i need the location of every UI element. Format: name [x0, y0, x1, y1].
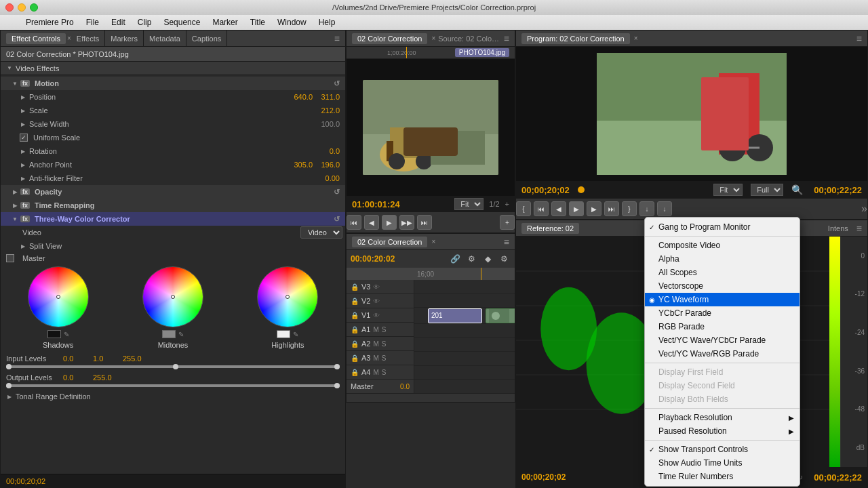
- source-play-back[interactable]: ◀: [364, 215, 379, 230]
- rotation-row[interactable]: Rotation 0.0: [1, 144, 345, 158]
- tab-metadata[interactable]: Metadata: [144, 30, 186, 47]
- output-min-thumb[interactable]: [6, 383, 12, 388]
- program-menu-btn[interactable]: ≡: [856, 33, 862, 44]
- position-x[interactable]: 640.0: [288, 93, 315, 101]
- program-expand[interactable]: »: [861, 203, 867, 215]
- source-play-fwd[interactable]: ▶▶: [399, 215, 414, 230]
- program-out[interactable]: }: [622, 201, 637, 216]
- track-master-value[interactable]: 0.0: [400, 383, 410, 390]
- video-effects-triangle[interactable]: [6, 65, 13, 72]
- timeline-scrollbar[interactable]: [347, 394, 515, 402]
- source-menu-btn[interactable]: ≡: [504, 33, 509, 44]
- midtones-swatch[interactable]: [162, 330, 176, 338]
- track-a2-m[interactable]: M: [373, 340, 378, 348]
- anchor-point-triangle[interactable]: [20, 161, 26, 168]
- timeline-timecode[interactable]: 00:00:20:02: [351, 254, 395, 264]
- menu-sequence[interactable]: Sequence: [158, 15, 205, 30]
- track-v1-eye[interactable]: 👁: [373, 312, 380, 319]
- reference-timecode[interactable]: 00;00;20;02: [521, 472, 566, 482]
- input-levels-min[interactable]: 0.0: [63, 354, 90, 363]
- output-max-thumb[interactable]: [334, 383, 340, 388]
- scale-width-value[interactable]: 100.0: [315, 120, 342, 128]
- menu-item-vect-rgb[interactable]: Vect/YC Wave/RGB Parade: [645, 347, 800, 361]
- highlights-wheel[interactable]: [257, 266, 318, 327]
- menu-file[interactable]: File: [81, 15, 104, 30]
- source-step-fwd[interactable]: ⏭: [417, 215, 432, 230]
- uniform-scale-checkbox[interactable]: [20, 134, 28, 142]
- timeline-tool-settings[interactable]: ⚙: [497, 252, 511, 266]
- menu-item-show-audio-time[interactable]: Show Audio Time Units: [645, 456, 800, 470]
- timeline-tab-close[interactable]: ×: [431, 238, 435, 245]
- source-tab-close[interactable]: ×: [431, 35, 435, 42]
- motion-triangle[interactable]: [12, 80, 18, 87]
- track-a3-s[interactable]: S: [382, 354, 387, 362]
- menu-item-gang-to-program[interactable]: ✓ Gang to Program Monitor: [645, 220, 800, 234]
- track-a3-m[interactable]: M: [373, 354, 378, 362]
- timeline-tool-marker[interactable]: ◆: [481, 252, 494, 266]
- input-levels-max[interactable]: 255.0: [123, 354, 150, 363]
- input-mid-thumb[interactable]: [173, 364, 178, 369]
- clip-photo-block[interactable]: [486, 308, 515, 323]
- program-in[interactable]: {: [516, 201, 531, 216]
- menu-premiere-pro[interactable]: Premiere Pro: [20, 15, 79, 30]
- uniform-scale-row[interactable]: Uniform Scale: [1, 131, 345, 144]
- master-checkbox[interactable]: [6, 254, 14, 262]
- shadows-eyedropper[interactable]: ✎: [64, 331, 69, 338]
- timeline-menu-btn[interactable]: ≡: [504, 237, 509, 247]
- menu-item-composite-video[interactable]: Composite Video: [645, 239, 800, 252]
- menu-item-yc-waveform[interactable]: ◉ YC Waveform: [645, 293, 800, 306]
- source-timecode[interactable]: 01:00:01:24: [352, 199, 400, 209]
- opacity-section-header[interactable]: fx Opacity ↺: [1, 185, 345, 199]
- menu-window[interactable]: Window: [272, 15, 312, 30]
- tab-markers[interactable]: Markers: [105, 30, 144, 47]
- program-tab-close[interactable]: ×: [634, 35, 638, 42]
- menu-item-playback-res[interactable]: Playback Resolution ▶: [645, 411, 800, 424]
- track-v2-eye[interactable]: 👁: [373, 298, 380, 305]
- scale-value[interactable]: 212.0: [315, 106, 342, 115]
- split-view-row[interactable]: Split View: [1, 239, 345, 253]
- menu-item-time-ruler[interactable]: Time Ruler Numbers: [645, 470, 800, 483]
- output-row[interactable]: Video Video: [1, 226, 345, 239]
- menu-marker[interactable]: Marker: [207, 15, 243, 30]
- source-monitor-tab[interactable]: 02 Color Correction: [352, 33, 427, 44]
- menu-edit[interactable]: Edit: [106, 15, 131, 30]
- reference-tab[interactable]: Reference: 02: [521, 223, 579, 234]
- menu-item-vect-ycbcr[interactable]: Vect/YC Wave/YCbCr Parade: [645, 333, 800, 347]
- input-levels-slider[interactable]: [6, 365, 340, 368]
- program-step-back[interactable]: ◀: [551, 201, 566, 216]
- rotation-triangle[interactable]: [20, 148, 26, 155]
- menu-item-ycbcr-parade[interactable]: YCbCr Parade: [645, 306, 800, 320]
- input-max-thumb[interactable]: [334, 364, 340, 369]
- output-levels-slider[interactable]: [6, 384, 340, 387]
- source-step-back[interactable]: ⏮: [347, 215, 361, 230]
- scale-triangle[interactable]: [20, 107, 26, 114]
- reference-menu-btn[interactable]: ≡: [856, 223, 862, 234]
- maximize-button[interactable]: [30, 3, 38, 12]
- tonal-range-triangle[interactable]: [6, 393, 13, 400]
- program-insert[interactable]: ↓: [639, 201, 654, 216]
- position-row[interactable]: Position 640.0 311.0: [1, 90, 345, 104]
- apple-menu[interactable]: [5, 15, 16, 30]
- source-add-btn[interactable]: +: [500, 215, 515, 230]
- output-dropdown[interactable]: Video: [300, 226, 342, 239]
- motion-section-header[interactable]: fx Motion ↺: [1, 77, 345, 90]
- source-fit-dropdown[interactable]: Fit: [454, 198, 484, 210]
- close-button[interactable]: [5, 3, 14, 12]
- panel-menu-button[interactable]: ≡: [334, 33, 340, 44]
- menu-help[interactable]: Help: [313, 15, 341, 30]
- menu-item-all-scopes[interactable]: All Scopes: [645, 266, 800, 279]
- input-min-thumb[interactable]: [6, 364, 12, 369]
- shadows-swatch[interactable]: [47, 330, 61, 338]
- menu-item-paused-res[interactable]: Paused Resolution ▶: [645, 424, 800, 438]
- opacity-triangle[interactable]: [12, 188, 18, 195]
- program-fit-dropdown[interactable]: Fit: [713, 184, 743, 196]
- output-levels-max[interactable]: 255.0: [93, 373, 120, 382]
- program-step-fwd[interactable]: ▶: [587, 201, 601, 216]
- rotation-value[interactable]: 0.0: [315, 147, 342, 155]
- timeline-tool-link[interactable]: 🔗: [448, 252, 462, 266]
- input-levels-mid[interactable]: 1.0: [93, 354, 120, 363]
- midtones-eyedropper[interactable]: ✎: [178, 331, 184, 338]
- anchor-x[interactable]: 305.0: [288, 161, 315, 169]
- highlights-swatch[interactable]: [277, 330, 290, 338]
- source-video-preview[interactable]: [347, 59, 515, 196]
